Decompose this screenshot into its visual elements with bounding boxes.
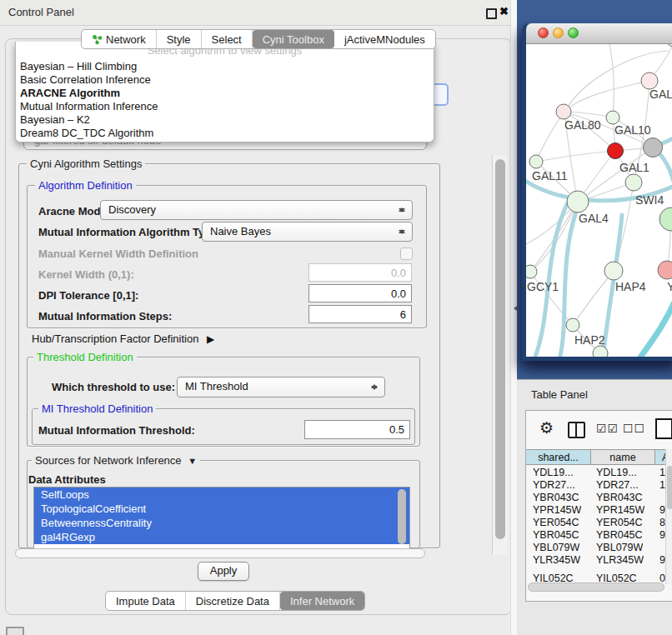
data-attributes-list: SelfLoops TopologicalCoefficient Between… <box>33 487 410 549</box>
table-cell[interactable]: YBR045C <box>596 529 643 541</box>
list-item[interactable]: SelfLoops <box>34 488 409 502</box>
which-threshold-label: Which threshold to use: <box>52 381 175 393</box>
table-vertical-scrollbar[interactable] <box>665 449 672 584</box>
attribute-list-scrollbar[interactable] <box>398 489 406 544</box>
column-header-name[interactable]: name <box>591 449 655 465</box>
node-label: GAL <box>649 88 672 101</box>
tab-network[interactable]: Network <box>82 30 157 48</box>
table-vscroll-thumb[interactable] <box>667 466 672 509</box>
table-cell[interactable]: YER054C <box>533 517 579 528</box>
vertical-scrollbar-track[interactable] <box>492 155 508 555</box>
tab-impute-data[interactable]: Impute Data <box>106 592 186 610</box>
node-gray[interactable] <box>644 138 663 158</box>
node-hap4[interactable] <box>604 262 623 280</box>
node-gal1[interactable] <box>625 174 642 191</box>
tab-discretize-data[interactable]: Discretize Data <box>186 592 280 610</box>
dpi-tolerance-field[interactable]: 0.0 <box>308 284 412 302</box>
manual-kernel-label: Manual Kernel Width Definition <box>38 248 198 260</box>
algorithm-option[interactable]: Dream8 DC_TDC Algorithm <box>18 127 432 140</box>
table-cell[interactable]: YBL079W <box>533 542 579 553</box>
table-cell[interactable]: YDR27... <box>533 479 575 491</box>
table-cell[interactable]: YLR345W <box>533 554 580 566</box>
table-cell[interactable]: YBR043C <box>596 492 643 503</box>
table-cell[interactable]: YIL052C <box>596 572 637 582</box>
table-cell[interactable]: YDR27... <box>596 479 639 491</box>
algorithm-option[interactable]: Bayesian – Hill Climbing <box>18 60 432 73</box>
tab-jactivemnodules[interactable]: jActiveMNodules <box>334 30 435 48</box>
kernel-width-field[interactable]: 0.0 <box>308 263 412 282</box>
tab-cyni-label: Cyni Toolbox <box>263 33 324 46</box>
node-partial-top[interactable] <box>666 44 672 47</box>
manual-kernel-checkbox[interactable] <box>400 248 413 260</box>
table-cell[interactable]: YPR145W <box>596 504 644 516</box>
node-gal-partial[interactable] <box>641 72 658 89</box>
close-icon[interactable]: ✖ <box>499 5 509 18</box>
algorithm-option-selected[interactable]: ARACNE Algorithm <box>18 87 432 100</box>
list-item[interactable]: gal4RGexp <box>34 530 409 544</box>
table-cell[interactable]: YBR043C <box>533 492 579 503</box>
collapse-down-icon: ▼ <box>188 456 197 466</box>
list-item[interactable]: BetweennessCentrality <box>34 516 409 530</box>
node-label: SWI4 <box>635 193 664 207</box>
which-threshold-combo[interactable]: MI Threshold <box>177 377 385 398</box>
network-canvas[interactable]: GAL GAL80 GAL10 GAL1 GAL11 SWI4 GAL4 GCY… <box>526 44 672 357</box>
close-traffic-light[interactable] <box>538 28 549 38</box>
sources-title[interactable]: Sources for Network Inference ▼ <box>32 454 200 467</box>
table-cell[interactable]: YDL19... <box>596 467 637 478</box>
node-gal10[interactable] <box>606 111 619 124</box>
node-hap2[interactable] <box>566 318 579 332</box>
tab-infer-network[interactable]: Infer Network <box>280 592 364 610</box>
node-label: GCY1 <box>527 280 559 293</box>
new-table-icon[interactable] <box>655 418 672 439</box>
table-panel: Table Panel ⚙ ☑☑ ☐☐ shared... name A YDL… <box>517 379 672 635</box>
table-cell[interactable]: YLR345W <box>596 554 644 566</box>
table-cell[interactable]: YBR045C <box>533 529 579 541</box>
network-icon <box>92 34 103 45</box>
node-gal11[interactable] <box>529 155 543 168</box>
mi-threshold-label: Mutual Information Threshold: <box>38 424 195 437</box>
minimize-traffic-light[interactable] <box>553 28 564 38</box>
table-cell[interactable]: YIL052C <box>533 572 574 582</box>
node-y-partial[interactable] <box>658 261 672 279</box>
mi-steps-field[interactable]: 6 <box>308 305 412 323</box>
hub-definition-toggle[interactable]: Hub/Transcription Factor Definition ▶ <box>32 332 214 345</box>
columns-icon[interactable] <box>568 422 585 438</box>
list-item[interactable]: TopologicalCoefficient <box>34 502 409 516</box>
node-gcy1[interactable] <box>526 265 537 278</box>
mi-threshold-group-title: MI Threshold Definition <box>38 402 156 415</box>
network-window[interactable]: GAL GAL80 GAL10 GAL1 GAL11 SWI4 GAL4 GCY… <box>522 23 672 361</box>
minimized-panel-icon[interactable] <box>6 627 24 635</box>
table-cell[interactable]: YPR145W <box>533 504 581 516</box>
vertical-scrollbar-thumb[interactable] <box>495 159 505 539</box>
dpi-tolerance-label: DPI Tolerance [0,1]: <box>38 289 138 302</box>
node-gal4[interactable] <box>567 191 589 212</box>
table-cell[interactable]: YER054C <box>596 517 643 528</box>
node-swi4[interactable] <box>659 208 672 231</box>
horizontal-scrollbar[interactable] <box>15 548 425 558</box>
algorithm-option[interactable]: Basic Correlation Inference <box>18 73 432 87</box>
deselect-all-checkboxes-icon[interactable]: ☐☐ <box>623 422 645 435</box>
splitter-collapse-icon[interactable] <box>511 306 517 311</box>
table-horizontal-scrollbar[interactable] <box>528 582 664 592</box>
node-bottom-partial[interactable] <box>593 346 608 357</box>
column-header-shared-name[interactable]: shared... <box>526 449 591 465</box>
apply-button[interactable]: Apply <box>198 562 249 581</box>
table-cell[interactable]: YDL19... <box>533 467 574 478</box>
tab-cyni-toolbox[interactable]: Cyni Toolbox <box>253 30 334 48</box>
mi-steps-label: Mutual Information Steps: <box>38 310 172 322</box>
select-all-checkboxes-icon[interactable]: ☑☑ <box>596 422 619 435</box>
node-selected-red[interactable] <box>608 143 624 159</box>
table-cell[interactable]: YBL079W <box>596 542 643 553</box>
tab-select[interactable]: Select <box>202 30 253 48</box>
gear-icon[interactable]: ⚙ <box>539 420 554 436</box>
tab-style[interactable]: Style <box>157 30 202 48</box>
mi-threshold-field[interactable]: 0.5 <box>304 420 410 439</box>
node-gal80[interactable] <box>556 104 571 119</box>
zoom-traffic-light[interactable] <box>568 28 579 38</box>
algorithm-option[interactable]: Mutual Information Inference <box>18 100 432 113</box>
mi-type-combo[interactable]: Naive Bayes <box>202 222 413 242</box>
aracne-mode-combo[interactable]: Discovery <box>100 200 413 220</box>
network-window-titlebar[interactable] <box>526 23 672 44</box>
algorithm-option[interactable]: Bayesian – K2 <box>18 113 432 127</box>
float-window-icon[interactable] <box>486 8 497 19</box>
